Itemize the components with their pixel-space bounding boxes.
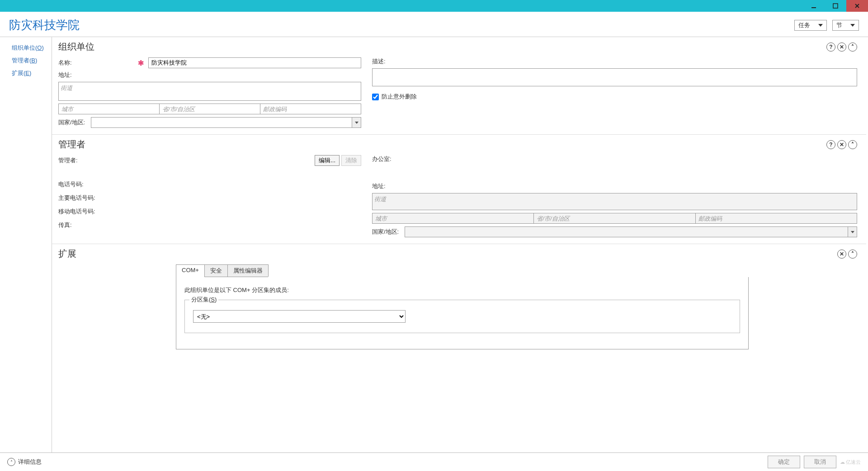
tab-com-plus[interactable]: COM+ <box>176 264 205 277</box>
mgr-country-label: 国家/地区: <box>372 228 402 236</box>
close-section-icon[interactable]: ✕ <box>837 250 846 259</box>
expand-details-icon[interactable]: ˄ <box>7 458 15 466</box>
country-label: 国家/地区: <box>58 118 88 127</box>
sections-dropdown[interactable]: 节 <box>832 20 859 31</box>
section-title-ou: 组织单位 <box>58 41 94 53</box>
window-titlebar <box>0 0 868 12</box>
mgr-country-dropdown-button <box>848 226 857 237</box>
sidebar: 组织单位(O) 管理者(B) 扩展(E) <box>0 37 52 452</box>
city-input[interactable] <box>58 104 159 114</box>
collapse-icon[interactable]: ˄ <box>848 42 857 52</box>
manager-label: 管理者: <box>58 156 113 165</box>
sidebar-item-extensions[interactable]: 扩展(E) <box>0 67 52 80</box>
ok-button[interactable]: 确定 <box>768 456 800 468</box>
close-section-icon[interactable]: ✕ <box>837 42 846 52</box>
close-window-button[interactable] <box>846 0 868 12</box>
collapse-icon[interactable]: ˄ <box>848 140 857 149</box>
protect-label: 防止意外删除 <box>382 93 417 101</box>
section-title-ext: 扩展 <box>58 248 76 260</box>
sidebar-item-manager[interactable]: 管理者(B) <box>0 54 52 67</box>
address-label: 地址: <box>58 71 135 79</box>
form-scroll-area[interactable]: 组织单位 ? ✕ ˄ 名称: ✱ <box>52 37 868 452</box>
description-input[interactable] <box>372 68 857 86</box>
partition-label: 分区集(S) <box>189 296 218 304</box>
header: 防灾科技学院 任务 节 <box>0 12 868 37</box>
mobile-label: 移动电话号码: <box>58 207 113 216</box>
help-icon[interactable]: ? <box>826 140 835 149</box>
clear-button: 清除 <box>341 155 361 166</box>
section-title-mgr: 管理者 <box>58 138 85 151</box>
extension-panel: 此组织单位是以下 COM+ 分区集的成员: 分区集(S) <无> <box>176 277 749 349</box>
mgr-street-input <box>372 193 857 210</box>
minimize-button[interactable] <box>803 0 825 12</box>
zip-input[interactable] <box>260 104 361 114</box>
edit-button[interactable]: 编辑... <box>315 155 340 166</box>
collapse-icon[interactable]: ˄ <box>848 250 857 259</box>
mgr-zip-input <box>695 213 857 224</box>
required-icon: ✱ <box>138 59 144 67</box>
chevron-down-icon <box>850 24 855 27</box>
name-label: 名称: <box>58 59 135 67</box>
watermark: ☁亿速云 <box>840 459 861 466</box>
mgr-city-input <box>372 213 533 224</box>
main-phone-label: 主要电话号码: <box>58 194 113 202</box>
mgr-state-input <box>533 213 695 224</box>
tab-security[interactable]: 安全 <box>204 264 228 277</box>
maximize-button[interactable] <box>825 0 846 12</box>
desc-label: 描述: <box>372 57 857 66</box>
chevron-down-icon <box>818 24 823 27</box>
page-title: 防灾科技学院 <box>9 17 80 33</box>
cancel-button[interactable]: 取消 <box>804 456 836 468</box>
close-section-icon[interactable]: ✕ <box>837 140 846 149</box>
section-manager: 管理者 ? ✕ ˄ 管理者: 编辑... 清除 <box>52 135 866 244</box>
partition-select[interactable]: <无> <box>193 310 406 323</box>
state-input[interactable] <box>159 104 260 114</box>
street-input[interactable] <box>58 82 361 101</box>
phone-label: 电话号码: <box>58 180 113 188</box>
fax-label: 传真: <box>58 221 113 229</box>
com-description: 此组织单位是以下 COM+ 分区集的成员: <box>184 286 740 294</box>
tab-attribute-editor[interactable]: 属性编辑器 <box>227 264 269 277</box>
mgr-address-label: 地址: <box>372 182 857 190</box>
extension-tabs: COM+ 安全 属性编辑器 <box>176 264 268 277</box>
name-input[interactable] <box>148 57 361 68</box>
office-label: 办公室: <box>372 155 857 163</box>
svg-rect-1 <box>833 4 838 8</box>
section-org-unit: 组织单位 ? ✕ ˄ 名称: ✱ <box>52 37 866 135</box>
footer: ˄ 详细信息 确定 取消 ☁亿速云 <box>0 452 868 471</box>
mgr-country-select <box>405 226 848 237</box>
country-dropdown-button[interactable] <box>352 117 361 128</box>
protect-checkbox[interactable] <box>372 94 379 100</box>
help-icon[interactable]: ? <box>826 42 835 52</box>
tasks-dropdown[interactable]: 任务 <box>794 20 827 31</box>
section-extensions: 扩展 ✕ ˄ COM+ 安全 属性编辑器 此组织单位是以下 COM+ 分区集的成… <box>52 244 866 356</box>
sidebar-item-org-unit[interactable]: 组织单位(O) <box>0 42 52 54</box>
country-select[interactable] <box>91 117 352 128</box>
details-label[interactable]: 详细信息 <box>18 458 42 466</box>
